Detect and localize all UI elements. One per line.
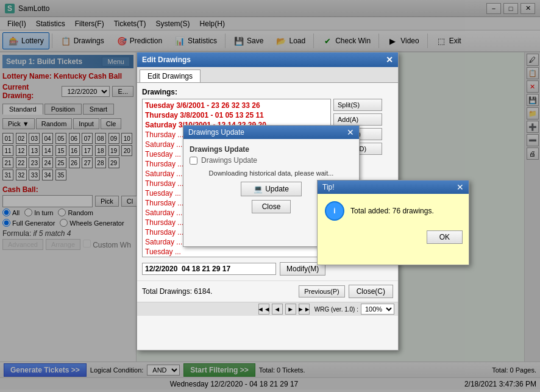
edit-drawings-titlebar: Edit Drawings ✕ (137, 52, 398, 67)
tip-body: i Total added: 76 drawings. (318, 194, 469, 228)
tip-message: Total added: 76 drawings. (350, 207, 434, 215)
close-dialog-button[interactable]: Close(C) (349, 285, 393, 298)
page-nav-next[interactable]: ► (285, 304, 296, 315)
dialog-tab-bar: Edit Drawings (137, 67, 398, 83)
tip-dialog: Tip! ✕ i Total added: 76 drawings. OK (317, 180, 469, 265)
update-dialog-title: Drawings Update (188, 128, 244, 137)
dialog-tab-edit[interactable]: Edit Drawings (140, 69, 201, 82)
split-button[interactable]: Split(S) (333, 99, 382, 111)
update-status: Downloading historical data, please wait… (190, 169, 353, 177)
update-btn-label: Update (265, 185, 289, 193)
update-dialog-titlebar: Drawings Update ✕ (183, 126, 359, 139)
current-drawing-input[interactable] (142, 263, 276, 275)
zoom-label: WRG (ver. 1.0) : (314, 306, 358, 313)
update-checkbox[interactable] (190, 157, 197, 165)
tip-titlebar: Tip! ✕ (318, 180, 469, 194)
drawings-label: Drawings: (142, 88, 393, 96)
update-checkbox-label: Drawings Update (201, 156, 257, 165)
dialog-footer: Total Drawings: 6184. Previous(P) Close(… (137, 280, 398, 302)
dialog-nav-bar: ◄◄ ◄ ► ►► WRG (ver. 1.0) : 100% (137, 302, 398, 316)
drawing-entry-15[interactable]: Tuesday ... (144, 247, 329, 257)
tip-title: Tip! (322, 183, 335, 191)
update-sub-label: Drawings Update (190, 145, 353, 154)
edit-drawings-title: Edit Drawings (142, 55, 191, 64)
tip-ok-button[interactable]: OK (427, 230, 463, 244)
edit-drawings-close-icon[interactable]: ✕ (386, 55, 393, 64)
total-drawings-label: Total Drawings: 6184. (142, 287, 212, 296)
page-nav-prev[interactable]: ◄ (272, 304, 283, 315)
drawing-entry-1[interactable]: Thursday 3/8/2001 - 01 05 13 25 11 (144, 110, 329, 120)
tip-close-icon[interactable]: ✕ (457, 183, 464, 191)
tip-info-icon: i (325, 201, 344, 221)
add-button[interactable]: Add(A) (333, 113, 382, 126)
previous-button[interactable]: Previous(P) (299, 285, 344, 298)
drawing-entry-0[interactable]: Tuesday 3/6/2001 - 23 26 32 33 26 (144, 101, 329, 110)
tip-footer: OK (318, 228, 469, 246)
update-button[interactable]: 💻 Update (241, 182, 302, 196)
update-checkbox-row: Drawings Update (190, 156, 353, 165)
page-nav-last[interactable]: ►► (299, 304, 310, 315)
update-icon: 💻 (254, 185, 263, 193)
update-dialog-close-icon[interactable]: ✕ (347, 128, 354, 137)
page-nav-first[interactable]: ◄◄ (258, 304, 269, 315)
zoom-select[interactable]: 100% (361, 304, 394, 315)
update-close-button[interactable]: Close (252, 200, 291, 213)
drawing-entry-16[interactable]: Thursday ... (144, 257, 329, 257)
